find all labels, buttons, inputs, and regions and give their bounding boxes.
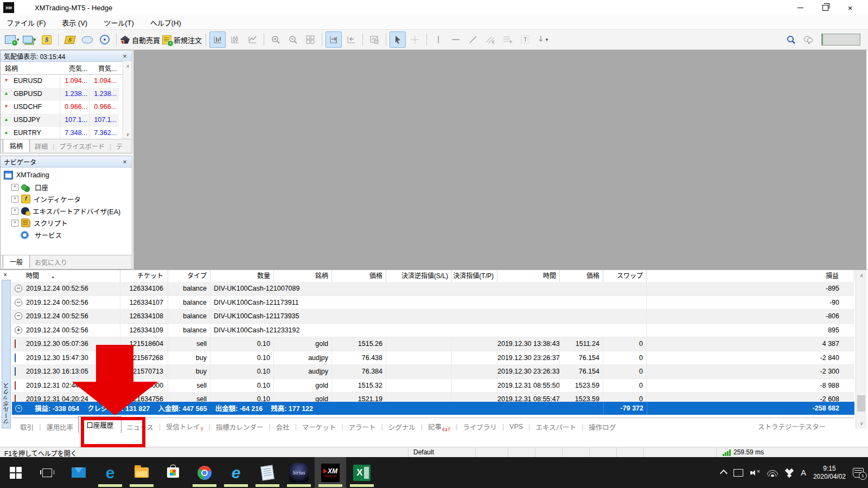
taskbar-chrome[interactable] bbox=[189, 457, 220, 488]
navigator-close-icon[interactable] bbox=[121, 158, 129, 166]
connection-ping[interactable]: 259.59 ms bbox=[733, 448, 764, 456]
taskbar-ie[interactable]: e bbox=[220, 457, 252, 488]
community-chat-button[interactable] bbox=[800, 31, 816, 48]
navigator-header[interactable]: ナビゲータ bbox=[1, 156, 132, 168]
col-type[interactable]: タイプ bbox=[168, 270, 210, 282]
col-takeprofit[interactable]: 決済指値(T/P) bbox=[452, 270, 497, 282]
volume-muted-icon[interactable] bbox=[750, 469, 760, 477]
col-swap[interactable]: スワップ bbox=[603, 270, 647, 282]
col-symbol[interactable]: 銘柄 bbox=[274, 270, 332, 282]
col-ticket[interactable]: チケット bbox=[120, 270, 168, 282]
toolbox-close-icon[interactable] bbox=[3, 271, 7, 279]
history-scrollbar[interactable] bbox=[856, 270, 866, 429]
scroll-down-icon[interactable] bbox=[123, 132, 132, 137]
scroll-up-icon[interactable] bbox=[856, 273, 866, 278]
mql5-book-button[interactable]: 5 bbox=[62, 31, 78, 48]
display-icon[interactable] bbox=[733, 469, 743, 477]
menu-help[interactable]: ヘルプ(H) bbox=[144, 17, 191, 28]
restore-button[interactable] bbox=[813, 0, 838, 15]
col-time[interactable]: 時間 bbox=[12, 270, 120, 282]
taskbar-xm-active[interactable]: XM TRADING bbox=[315, 457, 346, 488]
zoom-out-button[interactable] bbox=[285, 31, 301, 48]
tab-symbols[interactable]: 銘柄 bbox=[3, 139, 30, 152]
tab-signals[interactable]: シグナル bbox=[384, 422, 420, 432]
tab-trade[interactable]: 取引 bbox=[15, 422, 39, 432]
tab-ticks[interactable]: テ bbox=[111, 140, 127, 152]
taskbar-explorer[interactable] bbox=[126, 457, 157, 488]
menu-tools[interactable]: ツール(T) bbox=[97, 17, 144, 28]
tab-common[interactable]: 一般 bbox=[3, 255, 30, 268]
tile-windows-button[interactable] bbox=[302, 31, 318, 48]
tree-item-scripts[interactable]: + スクリプト bbox=[11, 217, 68, 228]
symbol-row[interactable]: GBPUSD 1.238... 1.238... bbox=[1, 88, 119, 101]
table-row[interactable]: − 2019.12.24 00:52:56 126334108 balance … bbox=[12, 310, 854, 324]
tree-item-root[interactable]: XMTrading bbox=[4, 170, 49, 181]
candle-chart-button[interactable] bbox=[227, 31, 243, 48]
table-row[interactable]: 2019.12.30 16:13:05 121570713 buy 0.10 a… bbox=[12, 365, 854, 379]
menu-view[interactable]: 表示 (V) bbox=[55, 17, 97, 28]
tab-journal[interactable]: 操作ログ bbox=[584, 422, 621, 432]
start-button[interactable] bbox=[0, 457, 31, 488]
trendline-button[interactable] bbox=[465, 31, 481, 48]
tab-exposure[interactable]: 運用比率 bbox=[41, 422, 78, 432]
tab-priceboard[interactable]: プライスボード bbox=[54, 140, 110, 152]
dropbox-icon[interactable] bbox=[785, 468, 794, 477]
col-volume[interactable]: 数量 bbox=[210, 270, 274, 282]
tab-experts-log[interactable]: エキスパート bbox=[531, 422, 581, 432]
crosshair-button[interactable] bbox=[407, 31, 423, 48]
close-button[interactable] bbox=[838, 0, 863, 15]
wifi-icon[interactable] bbox=[767, 469, 778, 477]
tree-item-accounts[interactable]: + 口座 bbox=[11, 182, 48, 192]
taskbar-store[interactable] bbox=[157, 457, 189, 488]
fibonacci-button[interactable]: F bbox=[500, 31, 516, 48]
zoom-in-button[interactable] bbox=[267, 31, 284, 48]
market-watch-scrollbar[interactable] bbox=[123, 61, 132, 139]
chart-shift-button[interactable] bbox=[343, 31, 359, 48]
tab-articles[interactable]: 記事617 bbox=[423, 421, 455, 433]
tab-vps[interactable]: VPS bbox=[505, 423, 528, 431]
profiles-button[interactable] bbox=[21, 31, 37, 48]
table-row[interactable]: − 2019.12.24 00:52:56 126334107 balance … bbox=[12, 296, 854, 310]
tab-mailbox[interactable]: 受信トレイ7 bbox=[161, 421, 208, 433]
line-chart-button[interactable] bbox=[244, 31, 260, 48]
col-profit[interactable]: 損益 bbox=[647, 270, 854, 282]
table-row[interactable]: − 2019.12.24 00:52:56 126334106 balance … bbox=[12, 282, 854, 296]
horizontal-line-button[interactable] bbox=[448, 31, 464, 48]
table-row[interactable]: 2019.12.30 05:07:36 121518604 sell 0.10 … bbox=[12, 337, 854, 351]
tree-item-services[interactable]: サービス bbox=[21, 229, 62, 240]
col-price[interactable]: 価格 bbox=[332, 270, 386, 282]
tab-market[interactable]: マーケット bbox=[297, 422, 341, 432]
taskbar-sirius[interactable]: Sirius bbox=[283, 457, 315, 488]
tab-library[interactable]: ライブラリ bbox=[458, 422, 502, 432]
bar-chart-button[interactable] bbox=[209, 31, 226, 48]
menu-file[interactable]: ファイル (F) bbox=[0, 17, 55, 28]
symbol-row[interactable]: EURUSD 1.094... 1.094... bbox=[1, 75, 119, 88]
expand-icon[interactable]: + bbox=[11, 196, 18, 203]
tab-company[interactable]: 会社 bbox=[271, 422, 294, 432]
symbol-row[interactable]: EURTRY 7.348... 7.362... bbox=[1, 127, 119, 140]
market-watch-button[interactable]: $ bbox=[39, 31, 55, 48]
search-field[interactable] bbox=[821, 34, 860, 46]
cursor-button[interactable] bbox=[390, 31, 406, 48]
col-symbol[interactable]: 銘柄 bbox=[5, 63, 18, 73]
table-row[interactable]: 2019.12.30 15:47:30 121567268 buy 0.10 a… bbox=[12, 351, 854, 365]
col-stoploss[interactable]: 決済逆指値(S/L) bbox=[386, 270, 452, 282]
toolbox-vertical-tab[interactable]: ツールボックス bbox=[2, 280, 11, 428]
search-button[interactable] bbox=[783, 31, 799, 48]
new-chart-button[interactable] bbox=[4, 31, 20, 48]
task-view-button[interactable] bbox=[31, 457, 63, 488]
taskbar-edge[interactable]: e bbox=[94, 457, 126, 488]
col-bid[interactable]: 売気... bbox=[60, 63, 87, 73]
status-profile[interactable]: Default bbox=[413, 448, 434, 456]
tab-calendar[interactable]: 指標カレンダー bbox=[211, 422, 269, 432]
expand-icon[interactable]: + bbox=[11, 184, 18, 191]
algo-trading-button[interactable]: 自動売買 bbox=[120, 31, 161, 48]
market-watch-header[interactable]: 気配値表示: 03:15:44 bbox=[1, 50, 132, 62]
taskbar-clock[interactable]: 9:15 2020/04/02 bbox=[813, 465, 846, 481]
strategy-tester-label[interactable]: ストラテジーテスター bbox=[758, 421, 826, 432]
taskbar-mail[interactable] bbox=[63, 457, 94, 488]
col-close-price[interactable]: 価格 bbox=[560, 270, 603, 282]
market-watch-close-icon[interactable] bbox=[121, 52, 129, 60]
expand-icon[interactable]: + bbox=[11, 208, 18, 215]
auto-scroll-button[interactable] bbox=[326, 31, 342, 48]
